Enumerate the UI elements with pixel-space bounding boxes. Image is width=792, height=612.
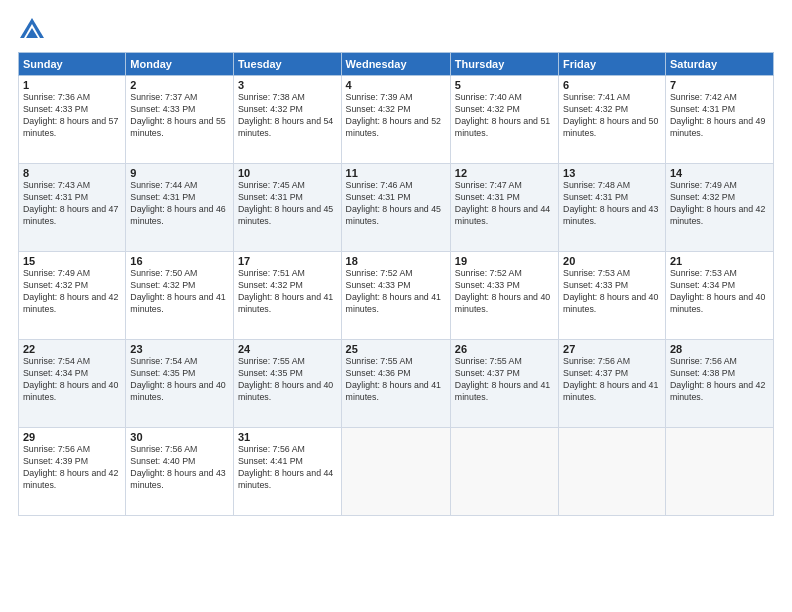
day-cell-17: 17Sunrise: 7:51 AM Sunset: 4:32 PM Dayli… <box>233 252 341 340</box>
day-number: 23 <box>130 343 229 355</box>
day-detail: Sunrise: 7:55 AM Sunset: 4:37 PM Dayligh… <box>455 356 554 404</box>
day-cell-14: 14Sunrise: 7:49 AM Sunset: 4:32 PM Dayli… <box>665 164 773 252</box>
day-number: 9 <box>130 167 229 179</box>
day-cell-31: 31Sunrise: 7:56 AM Sunset: 4:41 PM Dayli… <box>233 428 341 516</box>
day-number: 5 <box>455 79 554 91</box>
day-detail: Sunrise: 7:54 AM Sunset: 4:34 PM Dayligh… <box>23 356 121 404</box>
day-number: 4 <box>346 79 446 91</box>
calendar-week-5: 29Sunrise: 7:56 AM Sunset: 4:39 PM Dayli… <box>19 428 774 516</box>
day-detail: Sunrise: 7:53 AM Sunset: 4:34 PM Dayligh… <box>670 268 769 316</box>
day-detail: Sunrise: 7:42 AM Sunset: 4:31 PM Dayligh… <box>670 92 769 140</box>
day-cell-26: 26Sunrise: 7:55 AM Sunset: 4:37 PM Dayli… <box>450 340 558 428</box>
calendar-table: SundayMondayTuesdayWednesdayThursdayFrid… <box>18 52 774 516</box>
day-cell-8: 8Sunrise: 7:43 AM Sunset: 4:31 PM Daylig… <box>19 164 126 252</box>
day-cell-4: 4Sunrise: 7:39 AM Sunset: 4:32 PM Daylig… <box>341 76 450 164</box>
day-cell-28: 28Sunrise: 7:56 AM Sunset: 4:38 PM Dayli… <box>665 340 773 428</box>
day-detail: Sunrise: 7:47 AM Sunset: 4:31 PM Dayligh… <box>455 180 554 228</box>
empty-cell <box>341 428 450 516</box>
day-detail: Sunrise: 7:56 AM Sunset: 4:39 PM Dayligh… <box>23 444 121 492</box>
header <box>18 16 774 44</box>
day-detail: Sunrise: 7:41 AM Sunset: 4:32 PM Dayligh… <box>563 92 661 140</box>
day-number: 31 <box>238 431 337 443</box>
day-detail: Sunrise: 7:49 AM Sunset: 4:32 PM Dayligh… <box>670 180 769 228</box>
logo <box>18 16 50 44</box>
calendar-week-2: 8Sunrise: 7:43 AM Sunset: 4:31 PM Daylig… <box>19 164 774 252</box>
day-number: 15 <box>23 255 121 267</box>
column-header-sunday: Sunday <box>19 53 126 76</box>
day-cell-15: 15Sunrise: 7:49 AM Sunset: 4:32 PM Dayli… <box>19 252 126 340</box>
day-cell-30: 30Sunrise: 7:56 AM Sunset: 4:40 PM Dayli… <box>126 428 234 516</box>
day-detail: Sunrise: 7:56 AM Sunset: 4:40 PM Dayligh… <box>130 444 229 492</box>
day-number: 25 <box>346 343 446 355</box>
day-number: 18 <box>346 255 446 267</box>
day-number: 22 <box>23 343 121 355</box>
day-number: 19 <box>455 255 554 267</box>
day-detail: Sunrise: 7:43 AM Sunset: 4:31 PM Dayligh… <box>23 180 121 228</box>
day-number: 1 <box>23 79 121 91</box>
day-cell-18: 18Sunrise: 7:52 AM Sunset: 4:33 PM Dayli… <box>341 252 450 340</box>
day-number: 26 <box>455 343 554 355</box>
day-cell-7: 7Sunrise: 7:42 AM Sunset: 4:31 PM Daylig… <box>665 76 773 164</box>
day-cell-25: 25Sunrise: 7:55 AM Sunset: 4:36 PM Dayli… <box>341 340 450 428</box>
day-detail: Sunrise: 7:49 AM Sunset: 4:32 PM Dayligh… <box>23 268 121 316</box>
calendar-week-4: 22Sunrise: 7:54 AM Sunset: 4:34 PM Dayli… <box>19 340 774 428</box>
day-detail: Sunrise: 7:39 AM Sunset: 4:32 PM Dayligh… <box>346 92 446 140</box>
column-header-wednesday: Wednesday <box>341 53 450 76</box>
day-detail: Sunrise: 7:56 AM Sunset: 4:41 PM Dayligh… <box>238 444 337 492</box>
day-number: 30 <box>130 431 229 443</box>
column-header-friday: Friday <box>559 53 666 76</box>
day-cell-12: 12Sunrise: 7:47 AM Sunset: 4:31 PM Dayli… <box>450 164 558 252</box>
day-detail: Sunrise: 7:52 AM Sunset: 4:33 PM Dayligh… <box>346 268 446 316</box>
day-detail: Sunrise: 7:44 AM Sunset: 4:31 PM Dayligh… <box>130 180 229 228</box>
day-number: 16 <box>130 255 229 267</box>
day-number: 2 <box>130 79 229 91</box>
day-detail: Sunrise: 7:37 AM Sunset: 4:33 PM Dayligh… <box>130 92 229 140</box>
day-detail: Sunrise: 7:45 AM Sunset: 4:31 PM Dayligh… <box>238 180 337 228</box>
day-number: 21 <box>670 255 769 267</box>
day-detail: Sunrise: 7:54 AM Sunset: 4:35 PM Dayligh… <box>130 356 229 404</box>
day-detail: Sunrise: 7:38 AM Sunset: 4:32 PM Dayligh… <box>238 92 337 140</box>
page: SundayMondayTuesdayWednesdayThursdayFrid… <box>0 0 792 612</box>
day-cell-21: 21Sunrise: 7:53 AM Sunset: 4:34 PM Dayli… <box>665 252 773 340</box>
day-number: 12 <box>455 167 554 179</box>
day-cell-9: 9Sunrise: 7:44 AM Sunset: 4:31 PM Daylig… <box>126 164 234 252</box>
day-cell-10: 10Sunrise: 7:45 AM Sunset: 4:31 PM Dayli… <box>233 164 341 252</box>
day-cell-19: 19Sunrise: 7:52 AM Sunset: 4:33 PM Dayli… <box>450 252 558 340</box>
day-detail: Sunrise: 7:48 AM Sunset: 4:31 PM Dayligh… <box>563 180 661 228</box>
day-cell-27: 27Sunrise: 7:56 AM Sunset: 4:37 PM Dayli… <box>559 340 666 428</box>
day-cell-29: 29Sunrise: 7:56 AM Sunset: 4:39 PM Dayli… <box>19 428 126 516</box>
day-cell-6: 6Sunrise: 7:41 AM Sunset: 4:32 PM Daylig… <box>559 76 666 164</box>
day-cell-23: 23Sunrise: 7:54 AM Sunset: 4:35 PM Dayli… <box>126 340 234 428</box>
day-cell-11: 11Sunrise: 7:46 AM Sunset: 4:31 PM Dayli… <box>341 164 450 252</box>
day-cell-16: 16Sunrise: 7:50 AM Sunset: 4:32 PM Dayli… <box>126 252 234 340</box>
empty-cell <box>665 428 773 516</box>
day-number: 11 <box>346 167 446 179</box>
column-header-thursday: Thursday <box>450 53 558 76</box>
day-detail: Sunrise: 7:40 AM Sunset: 4:32 PM Dayligh… <box>455 92 554 140</box>
day-number: 20 <box>563 255 661 267</box>
day-detail: Sunrise: 7:50 AM Sunset: 4:32 PM Dayligh… <box>130 268 229 316</box>
logo-icon <box>18 16 46 44</box>
day-number: 13 <box>563 167 661 179</box>
empty-cell <box>450 428 558 516</box>
empty-cell <box>559 428 666 516</box>
day-number: 6 <box>563 79 661 91</box>
calendar-week-1: 1Sunrise: 7:36 AM Sunset: 4:33 PM Daylig… <box>19 76 774 164</box>
column-header-saturday: Saturday <box>665 53 773 76</box>
day-detail: Sunrise: 7:36 AM Sunset: 4:33 PM Dayligh… <box>23 92 121 140</box>
column-header-tuesday: Tuesday <box>233 53 341 76</box>
day-detail: Sunrise: 7:55 AM Sunset: 4:36 PM Dayligh… <box>346 356 446 404</box>
day-number: 28 <box>670 343 769 355</box>
day-detail: Sunrise: 7:56 AM Sunset: 4:38 PM Dayligh… <box>670 356 769 404</box>
day-cell-2: 2Sunrise: 7:37 AM Sunset: 4:33 PM Daylig… <box>126 76 234 164</box>
day-number: 24 <box>238 343 337 355</box>
day-detail: Sunrise: 7:53 AM Sunset: 4:33 PM Dayligh… <box>563 268 661 316</box>
day-number: 8 <box>23 167 121 179</box>
day-cell-3: 3Sunrise: 7:38 AM Sunset: 4:32 PM Daylig… <box>233 76 341 164</box>
day-number: 27 <box>563 343 661 355</box>
day-cell-20: 20Sunrise: 7:53 AM Sunset: 4:33 PM Dayli… <box>559 252 666 340</box>
day-cell-1: 1Sunrise: 7:36 AM Sunset: 4:33 PM Daylig… <box>19 76 126 164</box>
calendar-header-row: SundayMondayTuesdayWednesdayThursdayFrid… <box>19 53 774 76</box>
column-header-monday: Monday <box>126 53 234 76</box>
day-detail: Sunrise: 7:52 AM Sunset: 4:33 PM Dayligh… <box>455 268 554 316</box>
